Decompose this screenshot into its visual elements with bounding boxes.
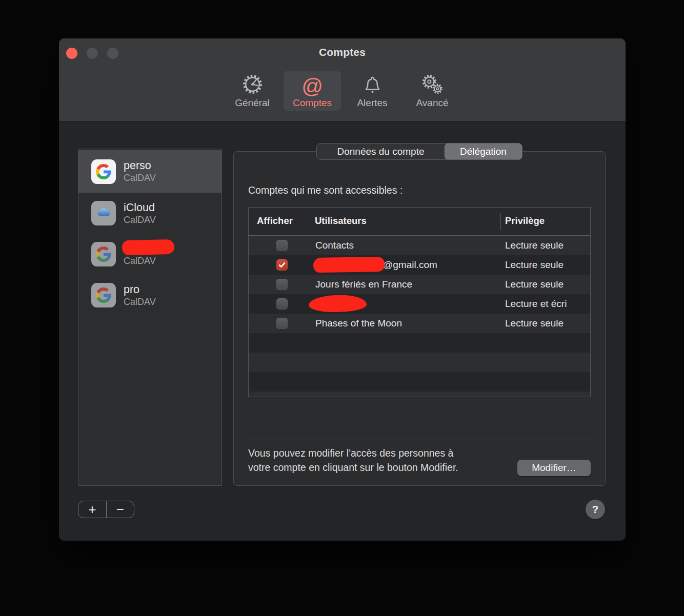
account-name: pro (124, 283, 156, 296)
show-checkbox[interactable] (276, 259, 288, 271)
privilege-cell: Lecture seule (505, 275, 590, 294)
toolbar-tab-label: Avancé (416, 97, 448, 109)
table-row[interactable]: Contacts Lecture seule (249, 236, 590, 255)
table-row[interactable]: Jours fériés en France Lecture seule (249, 275, 590, 294)
bell-icon (361, 71, 384, 96)
empty-table-row (249, 372, 590, 392)
toolbar-tab-label: Alertes (357, 97, 387, 109)
tab-switcher: Données du compte Délégation (316, 143, 522, 160)
redaction-scribble (122, 239, 175, 255)
privilege-cell: Lecture seule (505, 236, 590, 255)
google-icon (91, 283, 116, 307)
redaction-scribble (313, 257, 385, 273)
toolbar-tab-general[interactable]: Général (224, 71, 281, 111)
delegation-panel: Comptes qui me sont accessibles : Affich… (233, 151, 606, 486)
tab-delegation[interactable]: Délégation (445, 143, 522, 159)
remove-account-button[interactable]: − (107, 501, 134, 518)
tab-donnees-du-compte[interactable]: Données du compte (317, 143, 445, 159)
divider (248, 439, 591, 439)
toolbar-tab-alertes[interactable]: Alertes (344, 71, 401, 111)
show-checkbox[interactable] (276, 279, 288, 290)
account-row-pro[interactable]: pro CalDAV (78, 275, 222, 316)
privilege-cell: Lecture seule (505, 255, 590, 275)
section-label: Comptes qui me sont accessibles : (248, 184, 403, 196)
user-cell: Jours fériés en France (315, 275, 412, 294)
account-row-redacted[interactable]: CalDAV (78, 234, 222, 275)
table-row[interactable]: @gmail.com Lecture seule (249, 255, 590, 275)
column-divider (500, 213, 501, 230)
preferences-window: Comptes Général @ Compt (59, 38, 626, 541)
toolbar-tab-label: Comptes (293, 97, 332, 109)
account-name: iCloud (124, 201, 156, 214)
account-type: CalDAV (124, 172, 156, 184)
column-header-afficher[interactable]: Afficher (257, 215, 293, 227)
at-sign-icon: @ (301, 71, 323, 96)
gears-icon (421, 71, 444, 96)
user-cell: Contacts (315, 236, 354, 255)
help-button[interactable]: ? (586, 500, 605, 519)
show-checkbox[interactable] (276, 240, 288, 251)
add-remove-control: + − (78, 501, 134, 518)
content-area: perso CalDAV iCloud (59, 122, 626, 541)
column-divider (311, 213, 311, 230)
privilege-cell: Lecture et écri (505, 294, 590, 314)
add-account-button[interactable]: + (78, 501, 107, 518)
footer-text: Vous pouvez modifier l'accès des personn… (248, 446, 458, 475)
user-cell: Phases of the Moon (315, 314, 402, 333)
modify-button[interactable]: Modifier… (517, 460, 591, 476)
empty-table-row (249, 392, 590, 397)
empty-table-row (249, 353, 590, 372)
show-checkbox[interactable] (276, 318, 288, 329)
google-icon (91, 242, 116, 266)
account-name: perso (124, 159, 156, 172)
toolbar-tab-label: Général (235, 97, 270, 109)
table-row[interactable]: Lecture et écri (249, 294, 590, 314)
google-icon (91, 159, 116, 184)
table-header: Afficher Utilisateurs Privilège (249, 208, 590, 236)
toolbar: Général @ Comptes Alertes (59, 71, 626, 111)
toolbar-tab-comptes[interactable]: @ Comptes (284, 71, 341, 111)
redaction-scribble (309, 295, 367, 313)
delegation-table: Afficher Utilisateurs Privilège Contacts… (248, 207, 591, 397)
account-type: CalDAV (124, 255, 156, 267)
column-header-privilege[interactable]: Privilège (505, 215, 545, 227)
gear-dial-icon (241, 71, 264, 96)
account-row-icloud[interactable]: iCloud CalDAV (78, 193, 222, 234)
footer-text-line2: votre compte en cliquant sur le bouton M… (248, 460, 458, 475)
account-list: perso CalDAV iCloud (78, 149, 222, 486)
titlebar: Comptes Général @ Compt (59, 38, 626, 121)
window-title: Comptes (59, 46, 626, 58)
table-row[interactable]: Phases of the Moon Lecture seule (249, 314, 590, 333)
account-type: CalDAV (124, 214, 156, 226)
icloud-icon (91, 201, 116, 225)
account-row-perso[interactable]: perso CalDAV (78, 150, 222, 193)
show-checkbox[interactable] (276, 298, 288, 310)
empty-table-row (249, 333, 590, 353)
column-header-utilisateurs[interactable]: Utilisateurs (315, 215, 367, 227)
account-type: CalDAV (124, 296, 156, 308)
privilege-cell: Lecture seule (505, 314, 590, 333)
toolbar-tab-avance[interactable]: Avancé (404, 71, 461, 111)
footer-text-line1: Vous pouvez modifier l'accès des personn… (248, 446, 458, 460)
